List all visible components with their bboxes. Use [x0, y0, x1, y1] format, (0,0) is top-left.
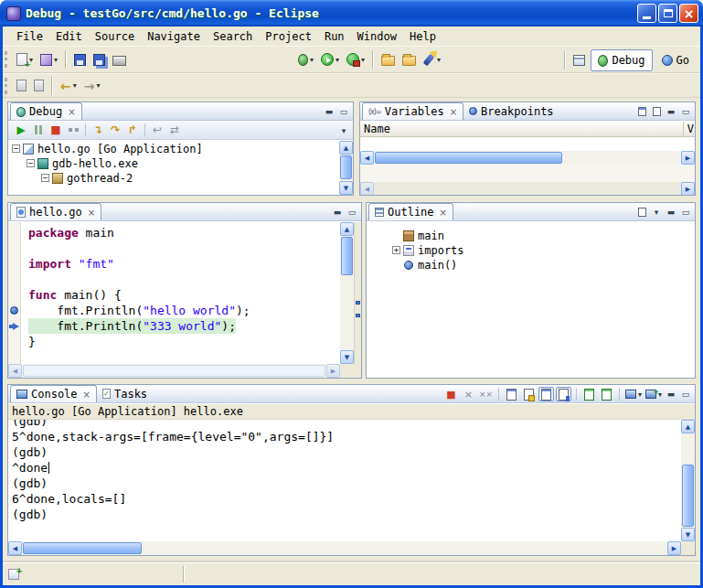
- perspective-debug-button[interactable]: Debug: [591, 49, 652, 71]
- disconnect-icon[interactable]: [65, 123, 81, 138]
- menu-search[interactable]: Search: [207, 28, 259, 45]
- toolbar-gripper[interactable]: [5, 78, 8, 94]
- maximize-view-icon[interactable]: ▭: [679, 205, 692, 219]
- debug-view-tab[interactable]: Debug ×: [10, 102, 82, 120]
- scroll-right-button[interactable]: ▶: [681, 182, 695, 195]
- word-wrap-icon[interactable]: [538, 387, 554, 401]
- minimize-view-icon[interactable]: ▬: [665, 388, 677, 401]
- breakpoint-icon[interactable]: [10, 306, 18, 315]
- scroll-right-button[interactable]: ▶: [681, 151, 695, 165]
- menu-run[interactable]: Run: [318, 28, 351, 45]
- titlebar[interactable]: Debug - testGo/src/cmd/hello.go - Eclips…: [0, 0, 703, 27]
- scroll-up-button[interactable]: ▲: [340, 222, 354, 236]
- open-perspective-button[interactable]: [570, 49, 588, 71]
- close-view-icon[interactable]: ×: [83, 390, 91, 400]
- maximize-view-icon[interactable]: ▭: [346, 205, 358, 219]
- minimize-view-icon[interactable]: ▬: [665, 104, 677, 118]
- minimize-view-icon[interactable]: ▬: [665, 205, 677, 219]
- save-all-button[interactable]: [91, 48, 108, 70]
- tree-item[interactable]: main(): [390, 257, 695, 272]
- drop-to-frame-icon[interactable]: ↩: [149, 123, 165, 138]
- step-into-icon[interactable]: ↴: [90, 123, 106, 138]
- variables-table-area[interactable]: [360, 137, 695, 151]
- overview-annotation-mark[interactable]: [356, 314, 360, 317]
- maximize-view-icon[interactable]: ▭: [679, 104, 692, 118]
- variables-horizontal-scrollbar[interactable]: ◀ ▶: [360, 151, 695, 165]
- gutter-row[interactable]: [8, 334, 20, 349]
- window-close-button[interactable]: ×: [679, 4, 698, 23]
- forward-dropdown-icon[interactable]: ▾: [96, 81, 100, 90]
- scroll-lock-icon[interactable]: [521, 387, 537, 401]
- gutter-row[interactable]: [8, 256, 20, 272]
- remove-launch-icon[interactable]: ×: [461, 387, 476, 401]
- scrollbar-thumb[interactable]: [340, 155, 352, 179]
- remove-all-launches-icon[interactable]: ××: [478, 387, 494, 401]
- code-line[interactable]: }: [28, 334, 340, 349]
- editor-tab-hello-go[interactable]: hello.go ×: [10, 203, 101, 220]
- gutter-row[interactable]: [8, 287, 20, 303]
- suspend-icon[interactable]: [30, 123, 47, 138]
- code-line[interactable]: [28, 272, 340, 287]
- window-minimize-button[interactable]: [637, 4, 656, 23]
- tree-expander-icon[interactable]: −: [12, 144, 20, 153]
- scroll-left-button[interactable]: ◀: [360, 182, 374, 195]
- terminate-icon[interactable]: ■: [443, 387, 459, 401]
- close-editor-icon[interactable]: ×: [88, 208, 95, 218]
- scrollbar-thumb[interactable]: [23, 542, 142, 554]
- scroll-up-button[interactable]: ▲: [681, 420, 695, 433]
- menu-file[interactable]: File: [10, 28, 49, 45]
- show-stdout-icon[interactable]: [581, 387, 597, 401]
- minimize-view-icon[interactable]: ▬: [323, 104, 336, 118]
- external-tools-button[interactable]: ▾: [344, 48, 367, 70]
- pin-console-icon[interactable]: [556, 387, 571, 401]
- tree-item[interactable]: −hello.go [Go Application]: [10, 141, 339, 155]
- close-view-icon[interactable]: ×: [68, 107, 75, 117]
- new-element-dropdown-icon[interactable]: ▾: [54, 56, 58, 64]
- perspective-go-button[interactable]: Go: [655, 49, 697, 71]
- new-wizard-button[interactable]: ▾: [14, 48, 36, 70]
- scroll-left-button[interactable]: ◀: [8, 541, 22, 555]
- open-resource-button[interactable]: [378, 48, 398, 70]
- console-output[interactable]: (gdb)5^done,stack-args=[frame={level="0"…: [8, 420, 681, 541]
- code-line[interactable]: [28, 241, 340, 256]
- code-line[interactable]: import "fmt": [28, 256, 340, 272]
- minimize-view-icon[interactable]: ▬: [331, 205, 344, 219]
- tree-item[interactable]: main: [390, 228, 695, 242]
- run-button[interactable]: ▾: [318, 48, 342, 70]
- open-project-button[interactable]: [399, 48, 419, 70]
- scroll-right-button[interactable]: ▶: [326, 364, 340, 378]
- name-column-header[interactable]: Name: [364, 123, 390, 135]
- gutter-row[interactable]: [8, 225, 20, 241]
- console-vertical-scrollbar[interactable]: ▲ ▼: [681, 420, 695, 541]
- menu-edit[interactable]: Edit: [49, 28, 89, 45]
- editor-vertical-scrollbar[interactable]: ▲ ▼: [340, 222, 354, 364]
- menu-help[interactable]: Help: [403, 28, 442, 45]
- resume-icon[interactable]: ▶: [13, 123, 29, 138]
- tree-expander-icon[interactable]: −: [41, 174, 49, 182]
- code-line[interactable]: func main() {: [28, 287, 340, 303]
- step-over-icon[interactable]: ↷: [107, 123, 123, 138]
- step-return-icon[interactable]: ↱: [124, 123, 141, 138]
- tree-expander-icon[interactable]: +: [392, 246, 400, 254]
- scrollbar-thumb[interactable]: [341, 237, 353, 275]
- value-column-header[interactable]: V: [683, 122, 694, 136]
- back-button[interactable]: ←▾: [58, 75, 80, 97]
- previous-annotation-button[interactable]: [31, 75, 47, 97]
- scroll-down-button[interactable]: ▼: [681, 528, 695, 541]
- editor-horizontal-scrollbar[interactable]: ◀ ▶: [8, 364, 340, 378]
- tasks-tab[interactable]: ✓ Tasks: [97, 385, 153, 402]
- console-horizontal-scrollbar[interactable]: ◀ ▶: [8, 541, 681, 555]
- menu-project[interactable]: Project: [259, 28, 318, 45]
- detail-horizontal-scrollbar[interactable]: ◀ ▶: [360, 182, 695, 195]
- close-view-icon[interactable]: ×: [450, 107, 457, 117]
- back-dropdown-icon[interactable]: ▾: [73, 81, 77, 90]
- code-line[interactable]: fmt.Println("hello world");: [28, 303, 340, 318]
- close-view-icon[interactable]: ×: [440, 208, 447, 218]
- debug-dropdown-icon[interactable]: ▾: [310, 56, 314, 64]
- variables-detail-pane[interactable]: [360, 165, 695, 182]
- show-type-names-icon[interactable]: [635, 104, 648, 118]
- overview-annotation-mark[interactable]: [356, 301, 360, 305]
- show-stderr-icon[interactable]: [599, 387, 614, 401]
- fast-view-icon[interactable]: [8, 569, 19, 580]
- scrollbar-thumb[interactable]: [23, 365, 325, 377]
